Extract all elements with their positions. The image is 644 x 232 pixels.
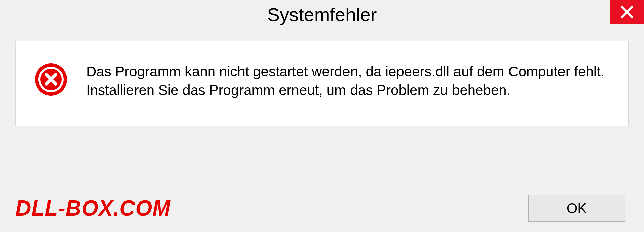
close-icon xyxy=(620,5,634,19)
close-button[interactable] xyxy=(610,0,644,24)
watermark-text: DLL-BOX.COM xyxy=(15,196,171,221)
dialog-title: Systemfehler xyxy=(267,4,377,25)
error-message: Das Programm kann nicht gestartet werden… xyxy=(86,61,610,99)
titlebar: Systemfehler xyxy=(0,0,644,34)
ok-button[interactable]: OK xyxy=(528,195,625,222)
error-dialog: Systemfehler Das Programm kann nicht ges… xyxy=(0,0,644,232)
error-icon xyxy=(34,63,68,96)
content-panel: Das Programm kann nicht gestartet werden… xyxy=(15,41,629,126)
dialog-footer: DLL-BOX.COM OK xyxy=(0,195,644,222)
